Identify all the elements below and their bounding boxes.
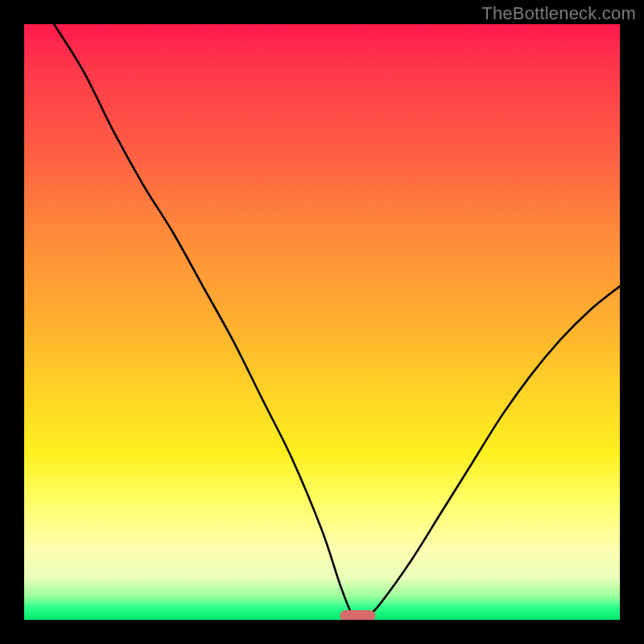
chart-frame: TheBottleneck.com [0, 0, 644, 644]
optimal-marker [340, 610, 375, 620]
plot-area [24, 24, 620, 620]
bottleneck-curve [24, 24, 620, 620]
attribution-label: TheBottleneck.com [481, 3, 636, 24]
